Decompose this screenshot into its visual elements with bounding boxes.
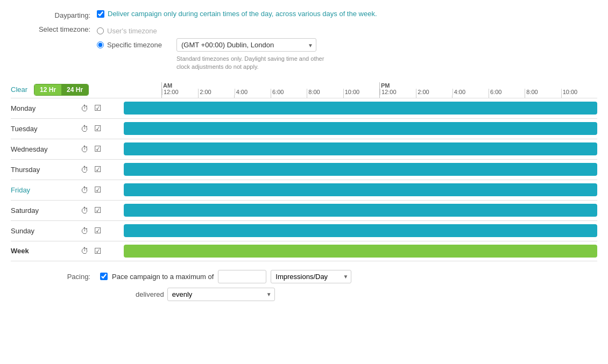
dayparting-description: Deliver campaign only during certain tim… xyxy=(108,10,377,18)
week-check-icon[interactable]: ☑ xyxy=(94,246,101,256)
tuesday-label: Tuesday xyxy=(11,125,81,133)
pacing-checkbox[interactable] xyxy=(100,273,108,280)
am-hour-1000: 10:00 xyxy=(343,89,379,95)
wednesday-label: Wednesday xyxy=(11,145,81,153)
sunday-check-icon[interactable]: ☑ xyxy=(94,226,101,235)
users-timezone-label: User's timezone xyxy=(107,27,157,35)
saturday-clock-icon[interactable]: ⏱ xyxy=(81,206,89,215)
wednesday-check-icon[interactable]: ☑ xyxy=(94,144,101,154)
specific-timezone-option[interactable]: Specific timezone xyxy=(97,41,172,49)
tuesday-clock-icon[interactable]: ⏱ xyxy=(81,124,89,133)
monday-label: Monday xyxy=(11,104,81,112)
day-rows-container: Monday ⏱ ☑ Tuesday ⏱ ☑ Wednesday ⏱ xyxy=(11,98,597,261)
pm-hour-600: 6:00 xyxy=(489,89,525,95)
pm-hour-1200: 12:00 xyxy=(380,89,416,95)
sunday-label: Sunday xyxy=(11,227,81,235)
week-bar xyxy=(124,245,597,258)
friday-bar-container[interactable] xyxy=(124,182,597,197)
monday-bar xyxy=(124,102,597,115)
wednesday-bar xyxy=(124,142,597,155)
thursday-check-icon[interactable]: ☑ xyxy=(94,165,101,174)
thursday-bar xyxy=(124,163,597,176)
tuesday-check-icon[interactable]: ☑ xyxy=(94,124,101,133)
pm-hour-200: 2:00 xyxy=(416,89,452,95)
pacing-label: Pacing: xyxy=(11,273,97,281)
delivered-label: delivered xyxy=(136,290,164,298)
saturday-bar xyxy=(124,204,597,217)
tuesday-bar xyxy=(124,122,597,135)
dayparting-label: Dayparting: xyxy=(11,10,97,19)
monday-check-icon[interactable]: ☑ xyxy=(94,103,101,113)
specific-timezone-radio[interactable] xyxy=(97,41,104,48)
timezone-note: Standard timezones only. Daylight saving… xyxy=(176,55,327,72)
friday-label: Friday xyxy=(11,186,81,194)
delivered-select-wrapper: evenly front-loaded as fast as possible … xyxy=(167,288,275,301)
hour-toggle: 12 Hr 24 Hr xyxy=(34,84,89,96)
dayparting-checkbox[interactable] xyxy=(97,10,104,18)
12hr-button[interactable]: 12 Hr xyxy=(34,84,61,95)
thursday-label: Thursday xyxy=(11,166,81,174)
pacing-text-before: Pace campaign to a maximum of xyxy=(112,273,214,281)
24hr-button[interactable]: 24 Hr xyxy=(61,84,88,95)
am-hour-600: 6:00 xyxy=(271,89,307,95)
friday-bar xyxy=(124,183,597,196)
am-hour-400: 4:00 xyxy=(235,89,271,95)
sunday-bar-container[interactable] xyxy=(124,223,597,238)
saturday-bar-container[interactable] xyxy=(124,203,597,218)
pm-hour-400: 4:00 xyxy=(453,89,489,95)
friday-check-icon[interactable]: ☑ xyxy=(94,185,101,195)
delivered-select[interactable]: evenly front-loaded as fast as possible xyxy=(167,288,275,301)
am-hour-800: 8:00 xyxy=(307,89,343,95)
impressions-select[interactable]: Impressions/Day Clicks/Day Spend/Day xyxy=(271,270,351,283)
am-hour-1200: 12:00 xyxy=(162,89,198,95)
week-clock-icon[interactable]: ⏱ xyxy=(81,246,89,255)
friday-clock-icon[interactable]: ⏱ xyxy=(81,185,89,195)
am-label: AM xyxy=(162,82,172,89)
sunday-clock-icon[interactable]: ⏱ xyxy=(81,226,89,235)
timezone-select[interactable]: (GMT +00:00) Dublin, London xyxy=(176,38,316,52)
users-timezone-radio[interactable] xyxy=(97,27,104,34)
wednesday-clock-icon[interactable]: ⏱ xyxy=(81,145,89,154)
timezone-label: Select timezone: xyxy=(11,24,97,33)
clear-button[interactable]: Clear xyxy=(11,85,27,94)
week-bar-container[interactable] xyxy=(124,244,597,259)
thursday-clock-icon[interactable]: ⏱ xyxy=(81,165,89,174)
tuesday-bar-container[interactable] xyxy=(124,121,597,136)
saturday-label: Saturday xyxy=(11,206,81,215)
impressions-select-wrapper: Impressions/Day Clicks/Day Spend/Day ▼ xyxy=(271,270,351,283)
wednesday-bar-container[interactable] xyxy=(124,141,597,156)
week-label: Week xyxy=(11,247,81,255)
users-timezone-option[interactable]: User's timezone xyxy=(97,27,172,35)
thursday-bar-container[interactable] xyxy=(124,162,597,177)
pacing-max-input[interactable] xyxy=(218,270,266,283)
monday-clock-icon[interactable]: ⏱ xyxy=(81,104,89,113)
monday-bar-container[interactable] xyxy=(124,101,597,116)
saturday-check-icon[interactable]: ☑ xyxy=(94,205,101,215)
pm-hour-800: 8:00 xyxy=(525,89,561,95)
sunday-bar xyxy=(124,224,597,237)
specific-timezone-label: Specific timezone xyxy=(107,41,162,49)
timezone-select-wrapper: (GMT +00:00) Dublin, London ▼ xyxy=(176,38,316,52)
am-hour-200: 2:00 xyxy=(198,89,234,95)
pm-label: PM xyxy=(380,82,390,89)
pm-hour-1000: 10:00 xyxy=(561,89,597,95)
